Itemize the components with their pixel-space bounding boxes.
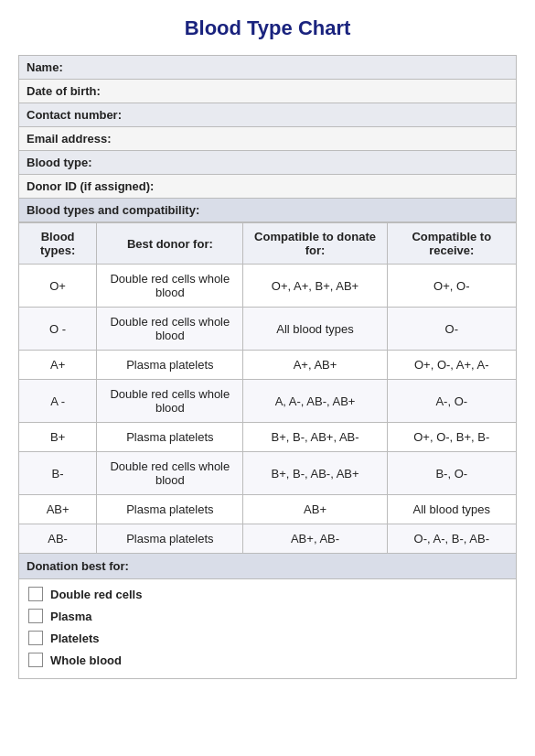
cell-receive: B-, O- [387,452,516,495]
donation-item[interactable]: Double red cells [28,587,507,601]
cell-receive: O- [387,308,516,351]
table-row: O -Double red cells whole bloodAll blood… [19,308,517,351]
donation-header: Donation best for: [19,554,516,579]
donation-section: Donation best for: Double red cellsPlasm… [18,554,517,679]
compat-col-header-1: Best donor for: [97,223,243,265]
donation-item-label: Plasma [50,610,92,623]
table-row: AB+Plasma plateletsAB+All blood types [19,495,517,524]
cell-receive: O+, O- [387,265,516,308]
cell-type: A - [19,380,97,423]
compat-col-header-3: Compatible to receive: [387,223,516,265]
table-row: B-Double red cells whole bloodB+, B-, AB… [19,452,517,495]
cell-donor: Plasma platelets [97,524,243,554]
page-title: Blood Type Chart [18,16,517,40]
cell-type: AB+ [19,495,97,524]
table-row: B+Plasma plateletsB+, B-, AB+, AB-O+, O-… [19,423,517,452]
cell-type: O - [19,308,97,351]
donation-item[interactable]: Plasma [28,609,507,623]
cell-type: AB- [19,524,97,554]
cell-donor: Plasma platelets [97,423,243,452]
cell-donor: Double red cells whole blood [97,380,243,423]
cell-donate: All blood types [243,308,387,351]
cell-receive: A-, O- [387,380,516,423]
donation-checkbox[interactable] [28,631,43,645]
compat-col-header-0: Blood types: [19,223,97,265]
compat-col-header-2: Compatible to donate for: [243,223,387,265]
info-field-label: Blood types and compatibility: [19,199,517,222]
table-row: A+Plasma plateletsA+, AB+O+, O-, A+, A- [19,351,517,380]
donation-checkbox[interactable] [28,609,43,623]
donation-item-label: Double red cells [50,588,142,601]
cell-receive: All blood types [387,495,516,524]
info-field-label: Date of birth: [19,80,517,103]
compat-table: Blood types:Best donor for:Compatible to… [18,222,517,554]
cell-receive: O+, O-, A+, A- [387,351,516,380]
info-field-label: Donor ID (if assigned): [19,175,517,199]
info-field-label: Blood type: [19,151,517,175]
cell-donate: O+, A+, B+, AB+ [243,265,387,308]
table-row: AB-Plasma plateletsAB+, AB-O-, A-, B-, A… [19,524,517,554]
cell-donate: A, A-, AB-, AB+ [243,380,387,423]
donation-item[interactable]: Platelets [28,631,507,645]
cell-donate: AB+, AB- [243,524,387,554]
cell-donor: Plasma platelets [97,495,243,524]
cell-donor: Double red cells whole blood [97,265,243,308]
cell-receive: O+, O-, B+, B- [387,423,516,452]
donation-items: Double red cellsPlasmaPlateletsWhole blo… [19,579,516,678]
cell-receive: O-, A-, B-, AB- [387,524,516,554]
info-field-label: Name: [19,56,517,80]
cell-donor: Double red cells whole blood [97,452,243,495]
info-field-label: Email address: [19,127,517,151]
info-field-label: Contact number: [19,103,517,127]
cell-type: A+ [19,351,97,380]
cell-donate: A+, AB+ [243,351,387,380]
donation-item-label: Whole blood [50,653,122,667]
cell-donor: Double red cells whole blood [97,308,243,351]
table-row: O+Double red cells whole bloodO+, A+, B+… [19,265,517,308]
table-row: A -Double red cells whole bloodA, A-, AB… [19,380,517,423]
cell-type: B+ [19,423,97,452]
donation-checkbox[interactable] [28,653,43,667]
cell-donate: B+, B-, AB+, AB- [243,423,387,452]
cell-donate: AB+ [243,495,387,524]
cell-donate: B+, B-, AB-, AB+ [243,452,387,495]
donation-checkbox[interactable] [28,587,43,601]
donation-item[interactable]: Whole blood [28,653,507,667]
donation-item-label: Platelets [50,632,99,645]
cell-donor: Plasma platelets [97,351,243,380]
cell-type: B- [19,452,97,495]
info-table: Name:Date of birth:Contact number:Email … [18,55,517,222]
cell-type: O+ [19,265,97,308]
